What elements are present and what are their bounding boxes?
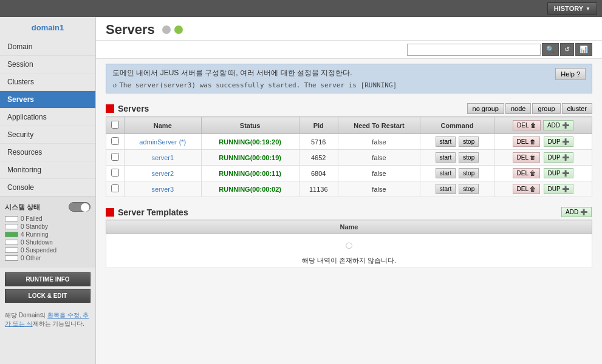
row-command-2: start stop xyxy=(420,166,494,181)
row-checkbox-3 xyxy=(106,181,125,197)
refresh-button[interactable]: ↺ xyxy=(560,43,574,56)
info-banner-text: The server(server3) was successfully sta… xyxy=(119,81,397,89)
start-button-0[interactable]: start xyxy=(436,136,456,147)
row-pid-2: 6804 xyxy=(299,166,338,181)
row-select-3[interactable] xyxy=(111,184,119,192)
dup-row-button-1[interactable]: DUP ➕ xyxy=(544,152,574,163)
page-header-dots xyxy=(162,25,183,34)
dup-row-button-2[interactable]: DUP ➕ xyxy=(544,168,574,178)
row-pid-0: 5716 xyxy=(299,134,338,150)
sidebar-item-servers[interactable]: Servers xyxy=(0,91,95,109)
runtime-info-button[interactable]: RUNTIME INFO xyxy=(5,272,91,286)
stop-button-0[interactable]: stop xyxy=(459,136,479,147)
status-item-suspended: 0 Suspended xyxy=(5,247,91,254)
help-button[interactable]: Help ? xyxy=(555,68,586,80)
template-add-button[interactable]: ADD ➕ xyxy=(561,207,592,217)
search-input[interactable] xyxy=(407,44,541,56)
table-row: server2 RUNNING(00:00:11) 6804 false sta… xyxy=(106,166,592,181)
col-actions: DEL 🗑 ADD ➕ xyxy=(494,117,592,134)
group-button[interactable]: group xyxy=(532,103,560,114)
page-header: Servers xyxy=(96,17,602,41)
node-button[interactable]: node xyxy=(505,103,531,114)
lock-edit-button[interactable]: LOCK & EDIT xyxy=(5,289,91,303)
status-list: 0 Failed 0 Standby 4 Running 0 Shutdown … xyxy=(5,215,91,261)
col-checkbox xyxy=(106,117,125,134)
sidebar-item-domain[interactable]: Domain xyxy=(0,38,95,56)
status-item-standby: 0 Standby xyxy=(5,223,91,230)
sidebar-item-resources[interactable]: Resources xyxy=(0,144,95,161)
stop-button-1[interactable]: stop xyxy=(459,152,479,163)
servers-section-header: Servers no group node group cluster xyxy=(106,103,592,114)
row-name-2: server2 xyxy=(125,166,202,181)
del-row-button-1[interactable]: DEL 🗑 xyxy=(513,152,541,163)
sidebar-item-console[interactable]: Console xyxy=(0,179,95,197)
row-actions-0: DEL 🗑 DUP ➕ xyxy=(494,134,592,150)
status-bar-suspended xyxy=(5,248,18,253)
sidebar-item-security[interactable]: Security xyxy=(0,126,95,144)
status-label-standby: 0 Standby xyxy=(21,223,48,230)
del-row-button-3[interactable]: DEL 🗑 xyxy=(513,184,541,194)
row-select-2[interactable] xyxy=(111,169,119,177)
templates-table: Name ○ 해당 내역이 존재하지 않습니다. xyxy=(106,220,592,268)
row-status-1: RUNNING(00:00:19) xyxy=(201,150,299,166)
start-button-2[interactable]: start xyxy=(436,168,456,178)
row-status-0: RUNNING(00:19:20) xyxy=(201,134,299,150)
system-status-toggle[interactable] xyxy=(69,202,91,212)
row-select-0[interactable] xyxy=(111,137,119,145)
templates-title-text: Server Templates xyxy=(118,207,188,217)
row-need-restart-3: false xyxy=(338,181,420,197)
export-button[interactable]: 📊 xyxy=(575,43,592,56)
stop-button-2[interactable]: stop xyxy=(459,168,479,178)
stop-button-3[interactable]: stop xyxy=(459,184,479,194)
cluster-button[interactable]: cluster xyxy=(562,103,592,114)
status-item-shutdown: 0 Shutdown xyxy=(5,239,91,246)
row-actions-1: DEL 🗑 DUP ➕ xyxy=(494,150,592,166)
server-link-1[interactable]: server1 xyxy=(151,154,174,161)
dup-row-button-0[interactable]: DUP ➕ xyxy=(544,136,574,147)
row-actions-2: DEL 🗑 DUP ➕ xyxy=(494,166,592,181)
content-area: Servers 🔍 ↺ 📊 도메인 내에서 JEUS 서버를 구성할 때, 여러… xyxy=(96,17,602,364)
sidebar-item-session[interactable]: Session xyxy=(0,56,95,73)
search-button[interactable]: 🔍 xyxy=(542,43,559,56)
del-row-button-0[interactable]: DEL 🗑 xyxy=(513,136,541,147)
refresh-icon: ↺ xyxy=(112,81,117,89)
chevron-down-icon: ▼ xyxy=(586,6,590,12)
no-group-button[interactable]: no group xyxy=(467,103,504,114)
templates-flag-icon xyxy=(106,208,114,217)
sidebar-item-applications[interactable]: Applications xyxy=(0,109,95,126)
table-row: server1 RUNNING(00:00:19) 4652 false sta… xyxy=(106,150,592,166)
row-name-0: adminServer (*) xyxy=(125,134,202,150)
system-status-panel: 시스템 상태 0 Failed 0 Standby 4 Running xyxy=(0,197,95,268)
toggle-knob xyxy=(81,203,89,212)
col-status: Status xyxy=(201,117,299,134)
sidebar-item-monitoring[interactable]: Monitoring xyxy=(0,161,95,179)
domain-label[interactable]: domain1 xyxy=(0,17,95,38)
del-row-button-2[interactable]: DEL 🗑 xyxy=(513,168,541,178)
table-row: server3 RUNNING(00:00:02) 11136 false st… xyxy=(106,181,592,197)
sidebar-item-clusters[interactable]: Clusters xyxy=(0,73,95,91)
history-button[interactable]: HISTORY ▼ xyxy=(547,2,597,15)
status-item-running: 4 Running xyxy=(5,231,91,238)
server-link-0[interactable]: adminServer (*) xyxy=(139,138,186,146)
row-select-1[interactable] xyxy=(111,153,119,161)
row-status-2: RUNNING(00:00:11) xyxy=(201,166,299,181)
start-button-1[interactable]: start xyxy=(436,152,456,163)
select-all-checkbox[interactable] xyxy=(111,121,119,129)
server-link-2[interactable]: server2 xyxy=(151,170,174,177)
row-status-3: RUNNING(00:00:02) xyxy=(201,181,299,197)
info-banner: 도메인 내에서 JEUS 서버를 구성할 때, 여러 서버에 대한 설정을 지정… xyxy=(106,64,592,93)
status-label-suspended: 0 Suspended xyxy=(21,247,56,254)
table-row: adminServer (*) RUNNING(00:19:20) 5716 f… xyxy=(106,134,592,150)
dup-row-button-3[interactable]: DUP ➕ xyxy=(544,184,574,194)
sidebar-note-link[interactable]: 환목을 수정, 추가 또는 삭 xyxy=(5,312,89,327)
templates-empty-message: ○ 해당 내역이 존재하지 않습니다. xyxy=(106,234,592,268)
servers-group-controls: no group node group cluster xyxy=(467,103,592,114)
servers-flag-icon xyxy=(106,104,114,113)
row-need-restart-0: false xyxy=(338,134,420,150)
server-link-3[interactable]: server3 xyxy=(151,186,174,193)
del-all-button[interactable]: DEL 🗑 xyxy=(513,120,541,130)
add-button[interactable]: ADD ➕ xyxy=(543,120,573,130)
status-item-other: 0 Other xyxy=(5,255,91,261)
start-button-3[interactable]: start xyxy=(436,184,456,194)
info-banner-message: ↺ The server(server3) was successfully s… xyxy=(112,81,397,89)
